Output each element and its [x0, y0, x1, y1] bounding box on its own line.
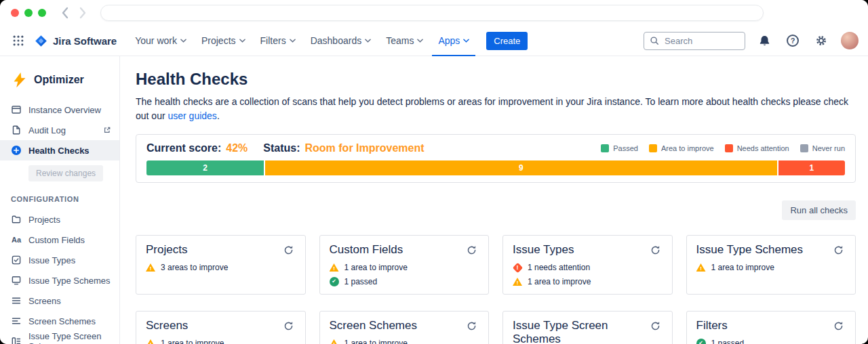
current-score-label: Current score:	[146, 142, 221, 155]
optimizer-logo	[11, 71, 28, 89]
nav-item-teams[interactable]: Teams	[380, 26, 429, 56]
chevron-down-icon	[290, 39, 296, 43]
card-stat: 1 passed	[330, 277, 479, 286]
refresh-icon[interactable]	[648, 319, 663, 333]
sidebar-item-instance-overview[interactable]: Instance Overview	[0, 100, 119, 120]
score-row: Current score: 42% Status: Room for Impr…	[146, 142, 845, 155]
chevron-down-icon	[365, 39, 371, 43]
sidebar-item-audit-log[interactable]: Audit Log	[0, 120, 119, 140]
svg-text:Aa: Aa	[12, 236, 22, 244]
browser-chrome	[0, 0, 868, 26]
create-button[interactable]: Create	[486, 32, 528, 50]
legend-item-area-to-improve: Area to improve	[649, 142, 714, 155]
legend-item-needs-attention: Needs attention	[725, 142, 789, 155]
app-switcher-icon[interactable]	[9, 32, 27, 49]
nav-item-your-work[interactable]: Your work	[129, 26, 193, 56]
nav-item-filters[interactable]: Filters	[254, 26, 302, 56]
list-icon	[11, 316, 22, 326]
card-title: Filters	[696, 319, 728, 332]
score-bar: 2 9 1	[146, 160, 845, 175]
user-avatar[interactable]	[841, 32, 859, 49]
forward-icon[interactable]	[79, 7, 87, 19]
card-title: Custom Fields	[330, 243, 403, 257]
address-bar[interactable]	[100, 5, 764, 21]
check-icon	[330, 277, 339, 286]
lines-icon	[11, 295, 22, 306]
browser-window: Jira Software Your work Projects Filters…	[0, 0, 868, 344]
refresh-icon[interactable]	[831, 319, 846, 333]
window-close-button[interactable]	[11, 9, 19, 17]
jira-top-nav: Jira Software Your work Projects Filters…	[0, 26, 868, 56]
search-icon	[650, 36, 659, 45]
card-stat: 1 needs attention	[513, 263, 663, 272]
brand-name: Jira Software	[53, 35, 117, 47]
sidebar-item-custom-fields[interactable]: Aa Custom Fields	[0, 230, 119, 250]
card-stat: 1 area to improve	[513, 277, 663, 286]
help-icon[interactable]	[784, 32, 802, 49]
passed-swatch	[601, 144, 609, 152]
browser-nav-arrows	[61, 7, 87, 19]
chevron-down-icon	[417, 39, 423, 43]
refresh-icon[interactable]	[831, 243, 846, 257]
text-fields-icon: Aa	[11, 234, 22, 245]
health-check-grid: Projects 3 areas to improve Custom Field…	[136, 235, 856, 344]
card-stat: 1 area to improve	[330, 263, 479, 272]
configuration-section-label: CONFIGURATION	[0, 183, 119, 209]
nav-item-projects[interactable]: Projects	[195, 26, 252, 56]
run-all-checks-button[interactable]: Run all checks	[782, 200, 856, 220]
card-issue-type-screen-schemes: Issue Type Screen Schemes 1 area to impr…	[502, 311, 673, 344]
back-icon[interactable]	[61, 7, 68, 19]
legend-item-passed: Passed	[601, 142, 638, 155]
chevron-down-icon	[180, 39, 186, 43]
card-projects: Projects 3 areas to improve	[136, 235, 306, 295]
window-zoom-button[interactable]	[38, 9, 46, 17]
sidebar-item-issue-type-screen-schemes[interactable]: Issue Type Screen Sche...	[0, 331, 119, 344]
card-issue-type-schemes: Issue Type Schemes 1 area to improve	[686, 235, 856, 295]
refresh-icon[interactable]	[465, 243, 479, 257]
window-controls	[11, 9, 46, 17]
status-label: Status:	[263, 142, 300, 155]
card-title: Issue Type Screen Schemes	[513, 319, 648, 344]
refresh-icon[interactable]	[465, 319, 479, 333]
review-changes-button[interactable]: Review changes	[28, 165, 103, 181]
bar-segment-area-to-improve: 9	[265, 160, 777, 175]
card-stat: 3 areas to improve	[146, 263, 296, 272]
nav-item-apps[interactable]: Apps	[432, 26, 475, 56]
legend-item-never-run: Never run	[800, 142, 845, 155]
warning-icon	[146, 263, 155, 272]
card-title: Issue Types	[513, 243, 574, 257]
search-input[interactable]	[663, 35, 739, 47]
sidebar-item-screens[interactable]: Screens	[0, 291, 119, 311]
chevron-down-icon	[463, 39, 469, 43]
nav-item-dashboards[interactable]: Dashboards	[304, 26, 378, 56]
sidebar-item-issue-types[interactable]: Issue Types	[0, 250, 119, 270]
nav-right-cluster	[644, 31, 859, 50]
screen-icon	[11, 275, 22, 286]
sidebar-item-health-checks[interactable]: Health Checks	[0, 140, 119, 160]
status-value: Room for Improvement	[305, 142, 425, 155]
board-icon	[11, 104, 22, 115]
refresh-icon[interactable]	[281, 243, 296, 257]
search-box	[644, 32, 745, 50]
folder-icon	[11, 214, 22, 225]
chevron-down-icon	[239, 39, 245, 43]
settings-icon[interactable]	[812, 31, 831, 50]
card-stat: 1 passed	[696, 339, 846, 344]
sidebar-item-screen-schemes[interactable]: Screen Schemes	[0, 311, 119, 331]
refresh-icon[interactable]	[648, 243, 663, 257]
warning-icon	[513, 277, 522, 286]
sidebar-item-projects[interactable]: Projects	[0, 209, 119, 230]
notifications-icon[interactable]	[755, 32, 774, 50]
window-minimize-button[interactable]	[24, 9, 33, 17]
refresh-icon[interactable]	[281, 319, 296, 333]
user-guides-link[interactable]: user guides	[167, 110, 216, 121]
score-card: Current score: 42% Status: Room for Impr…	[136, 134, 856, 183]
card-title: Issue Type Schemes	[696, 243, 804, 257]
document-icon	[11, 125, 22, 135]
warning-icon	[330, 339, 339, 344]
never-run-swatch	[800, 144, 808, 152]
sidebar-item-issue-type-schemes[interactable]: Issue Type Schemes	[0, 270, 119, 291]
jira-brand[interactable]: Jira Software	[34, 34, 117, 48]
card-stat: 1 area to improve	[146, 339, 296, 344]
card-stat: 1 area to improve	[330, 339, 479, 344]
